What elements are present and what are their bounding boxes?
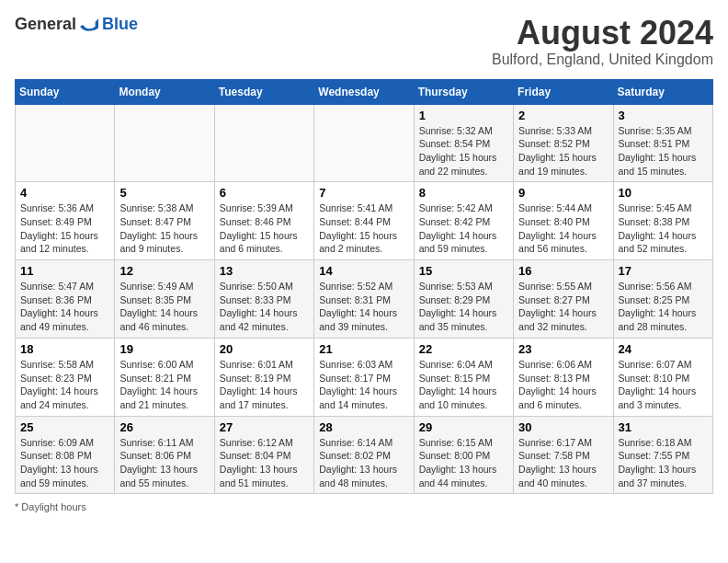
logo-icon [80, 16, 98, 34]
day-number: 24 [619, 342, 708, 356]
day-number: 28 [319, 420, 408, 434]
day-info: Sunrise: 6:00 AM Sunset: 8:21 PM Dayligh… [119, 358, 209, 412]
col-header-tuesday: Tuesday [214, 79, 313, 104]
calendar-cell: 24Sunrise: 6:07 AM Sunset: 8:10 PM Dayli… [613, 338, 712, 416]
day-info: Sunrise: 6:03 AM Sunset: 8:17 PM Dayligh… [319, 358, 408, 412]
day-info: Sunrise: 5:38 AM Sunset: 8:47 PM Dayligh… [119, 201, 209, 256]
col-header-wednesday: Wednesday [314, 79, 414, 104]
day-number: 27 [220, 420, 309, 434]
logo-text-blue: Blue [102, 15, 138, 34]
day-info: Sunrise: 6:04 AM Sunset: 8:15 PM Dayligh… [419, 358, 508, 412]
day-number: 6 [220, 186, 309, 200]
day-number: 2 [518, 109, 608, 122]
day-number: 30 [518, 420, 608, 434]
calendar-cell: 18Sunrise: 5:58 AM Sunset: 8:23 PM Dayli… [16, 338, 115, 416]
calendar-cell: 15Sunrise: 5:53 AM Sunset: 8:29 PM Dayli… [414, 260, 513, 339]
footer-note: * Daylight hours [15, 501, 713, 512]
day-number: 5 [119, 186, 209, 200]
calendar-cell: 10Sunrise: 5:45 AM Sunset: 8:38 PM Dayli… [613, 182, 712, 260]
day-number: 11 [20, 264, 109, 278]
day-number: 22 [419, 342, 508, 356]
day-number: 23 [518, 342, 608, 356]
day-info: Sunrise: 5:52 AM Sunset: 8:31 PM Dayligh… [319, 280, 408, 334]
day-info: Sunrise: 6:09 AM Sunset: 8:08 PM Dayligh… [20, 436, 109, 490]
logo: General Blue [15, 15, 138, 34]
day-number: 21 [319, 342, 408, 356]
day-number: 15 [419, 264, 508, 278]
calendar-cell: 20Sunrise: 6:01 AM Sunset: 8:19 PM Dayli… [214, 338, 313, 416]
col-header-monday: Monday [115, 79, 214, 104]
calendar-cell: 4Sunrise: 5:36 AM Sunset: 8:49 PM Daylig… [16, 182, 115, 260]
day-number: 1 [419, 109, 508, 122]
calendar-cell: 28Sunrise: 6:14 AM Sunset: 8:02 PM Dayli… [314, 416, 414, 494]
calendar-week-5: 25Sunrise: 6:09 AM Sunset: 8:08 PM Dayli… [16, 416, 713, 494]
calendar-table: SundayMondayTuesdayWednesdayThursdayFrid… [15, 79, 713, 495]
calendar-cell: 22Sunrise: 6:04 AM Sunset: 8:15 PM Dayli… [414, 338, 513, 416]
calendar-cell: 23Sunrise: 6:06 AM Sunset: 8:13 PM Dayli… [514, 338, 613, 416]
calendar-cell [214, 104, 313, 182]
calendar-week-4: 18Sunrise: 5:58 AM Sunset: 8:23 PM Dayli… [16, 338, 713, 416]
day-number: 8 [419, 186, 508, 200]
calendar-cell [314, 104, 414, 182]
calendar-cell: 27Sunrise: 6:12 AM Sunset: 8:04 PM Dayli… [214, 416, 313, 494]
calendar-cell: 6Sunrise: 5:39 AM Sunset: 8:46 PM Daylig… [214, 182, 313, 260]
day-number: 29 [419, 420, 508, 434]
day-number: 18 [20, 342, 109, 356]
day-number: 9 [518, 186, 608, 200]
day-number: 20 [220, 342, 309, 356]
calendar-cell: 19Sunrise: 6:00 AM Sunset: 8:21 PM Dayli… [115, 338, 214, 416]
day-info: Sunrise: 5:53 AM Sunset: 8:29 PM Dayligh… [419, 280, 508, 334]
calendar-cell: 31Sunrise: 6:18 AM Sunset: 7:55 PM Dayli… [613, 416, 712, 494]
day-info: Sunrise: 5:58 AM Sunset: 8:23 PM Dayligh… [20, 358, 109, 412]
main-title: August 2024 [492, 15, 713, 52]
calendar-cell: 16Sunrise: 5:55 AM Sunset: 8:27 PM Dayli… [514, 260, 613, 339]
day-number: 10 [619, 186, 708, 200]
day-info: Sunrise: 5:35 AM Sunset: 8:51 PM Dayligh… [619, 124, 708, 178]
day-number: 12 [119, 264, 209, 278]
day-number: 7 [319, 186, 408, 200]
calendar-cell [115, 104, 214, 182]
calendar-cell: 17Sunrise: 5:56 AM Sunset: 8:25 PM Dayli… [613, 260, 712, 339]
day-info: Sunrise: 6:12 AM Sunset: 8:04 PM Dayligh… [220, 436, 309, 490]
footer-note-text: Daylight hours [21, 501, 85, 512]
col-header-saturday: Saturday [613, 79, 712, 104]
day-info: Sunrise: 5:44 AM Sunset: 8:40 PM Dayligh… [518, 201, 608, 256]
day-info: Sunrise: 5:39 AM Sunset: 8:46 PM Dayligh… [220, 201, 309, 256]
day-info: Sunrise: 5:55 AM Sunset: 8:27 PM Dayligh… [518, 280, 608, 334]
col-header-thursday: Thursday [414, 79, 513, 104]
day-info: Sunrise: 5:42 AM Sunset: 8:42 PM Dayligh… [419, 201, 508, 256]
header: General Blue August 2024 Bulford, Englan… [15, 15, 713, 68]
day-info: Sunrise: 5:33 AM Sunset: 8:52 PM Dayligh… [518, 124, 608, 178]
sub-title: Bulford, England, United Kingdom [492, 52, 713, 68]
day-number: 19 [119, 342, 209, 356]
calendar-cell: 12Sunrise: 5:49 AM Sunset: 8:35 PM Dayli… [115, 260, 214, 339]
day-number: 25 [20, 420, 109, 434]
day-info: Sunrise: 6:15 AM Sunset: 8:00 PM Dayligh… [419, 436, 508, 490]
day-number: 4 [20, 186, 109, 200]
day-info: Sunrise: 5:49 AM Sunset: 8:35 PM Dayligh… [119, 280, 209, 334]
day-info: Sunrise: 6:14 AM Sunset: 8:02 PM Dayligh… [319, 436, 408, 490]
day-info: Sunrise: 6:01 AM Sunset: 8:19 PM Dayligh… [220, 358, 309, 412]
calendar-cell: 25Sunrise: 6:09 AM Sunset: 8:08 PM Dayli… [16, 416, 115, 494]
calendar-cell: 1Sunrise: 5:32 AM Sunset: 8:54 PM Daylig… [414, 104, 513, 182]
day-number: 17 [619, 264, 708, 278]
day-number: 14 [319, 264, 408, 278]
calendar-cell: 30Sunrise: 6:17 AM Sunset: 7:58 PM Dayli… [514, 416, 613, 494]
col-header-sunday: Sunday [16, 79, 115, 104]
calendar-cell: 7Sunrise: 5:41 AM Sunset: 8:44 PM Daylig… [314, 182, 414, 260]
calendar-cell: 21Sunrise: 6:03 AM Sunset: 8:17 PM Dayli… [314, 338, 414, 416]
calendar-cell: 29Sunrise: 6:15 AM Sunset: 8:00 PM Dayli… [414, 416, 513, 494]
day-number: 26 [119, 420, 209, 434]
calendar-cell: 26Sunrise: 6:11 AM Sunset: 8:06 PM Dayli… [115, 416, 214, 494]
day-info: Sunrise: 5:47 AM Sunset: 8:36 PM Dayligh… [20, 280, 109, 334]
day-number: 31 [619, 420, 708, 434]
day-info: Sunrise: 6:07 AM Sunset: 8:10 PM Dayligh… [619, 358, 708, 412]
calendar-week-1: 1Sunrise: 5:32 AM Sunset: 8:54 PM Daylig… [16, 104, 713, 182]
day-info: Sunrise: 6:11 AM Sunset: 8:06 PM Dayligh… [119, 436, 209, 490]
title-area: August 2024 Bulford, England, United Kin… [492, 15, 713, 68]
day-number: 3 [619, 109, 708, 122]
day-info: Sunrise: 6:18 AM Sunset: 7:55 PM Dayligh… [619, 436, 708, 490]
calendar-header-row: SundayMondayTuesdayWednesdayThursdayFrid… [16, 79, 713, 104]
calendar-week-2: 4Sunrise: 5:36 AM Sunset: 8:49 PM Daylig… [16, 182, 713, 260]
calendar-cell: 9Sunrise: 5:44 AM Sunset: 8:40 PM Daylig… [514, 182, 613, 260]
